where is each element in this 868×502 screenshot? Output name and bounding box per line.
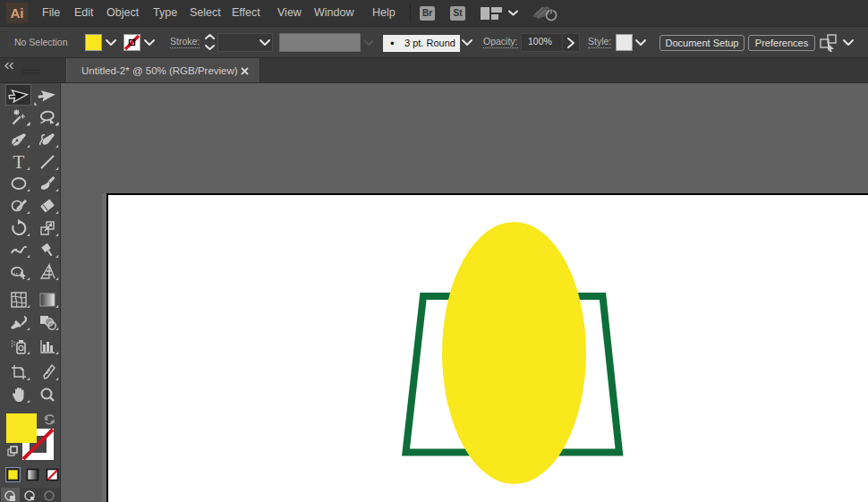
svg-text:T: T [13,151,25,173]
